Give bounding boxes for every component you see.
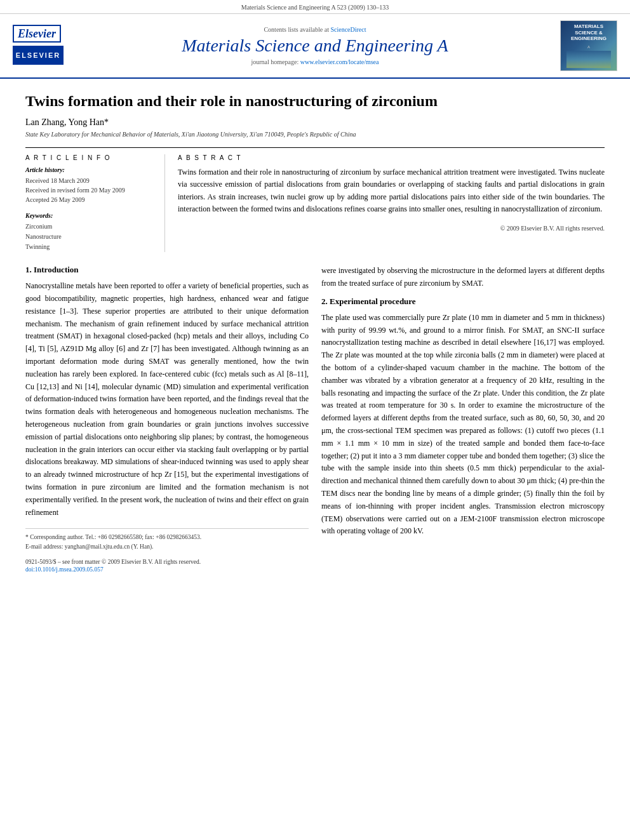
experimental-heading: 2. Experimental procedure	[321, 297, 605, 307]
sciencedirect-link[interactable]: ScienceDirect	[330, 26, 366, 33]
footnote-section: * Corresponding author. Tel.: +86 029826…	[25, 528, 309, 551]
footnote-email: E-mail address: yanghan@mail.xjtu.edu.cn…	[25, 542, 309, 551]
cover-title: MATERIALS SCIENCE & ENGINEERING	[571, 23, 607, 42]
keywords-label: Keywords:	[25, 212, 155, 219]
footnote-corresponding: * Corresponding author. Tel.: +86 029826…	[25, 533, 309, 542]
authors: Lan Zhang, Yong Han*	[25, 117, 605, 128]
keyword-2: Nanostructure	[25, 232, 155, 242]
article-info-label: A R T I C L E I N F O	[25, 154, 155, 161]
article-footer: 0921-5093/$ – see front matter © 2009 El…	[25, 557, 309, 573]
journal-banner: Elsevier ELSEVIER Contents lists availab…	[0, 14, 630, 79]
keyword-3: Twinning	[25, 242, 155, 252]
intro-text: Nanocrystalline metals have been reporte…	[25, 280, 309, 519]
banner-center: Contents lists available at ScienceDirec…	[76, 26, 554, 65]
main-content: 1. Introduction Nanocrystalline metals h…	[25, 265, 605, 573]
homepage-link[interactable]: www.elsevier.com/locate/msea	[300, 58, 379, 65]
abstract-text: Twins formation and their role in nanost…	[178, 166, 605, 215]
keyword-1: Zirconium	[25, 222, 155, 232]
experimental-text: The plate used was commercially pure Zr …	[321, 312, 605, 538]
journal-citation: Materials Science and Engineering A 523 …	[0, 0, 630, 14]
article-info-column: A R T I C L E I N F O Article history: R…	[25, 154, 165, 252]
article-page: Twins formation and their role in nanost…	[0, 79, 630, 585]
keywords-section: Keywords: Zirconium Nanostructure Twinni…	[25, 212, 155, 252]
journal-title-banner: Materials Science and Engineering A	[76, 36, 554, 56]
journal-cover-image: MATERIALS SCIENCE & ENGINEERING A	[560, 20, 617, 71]
abstract-label: A B S T R A C T	[178, 154, 605, 161]
banner-right: MATERIALS SCIENCE & ENGINEERING A	[554, 20, 617, 71]
sciencedirect-line: Contents lists available at ScienceDirec…	[76, 26, 554, 33]
received-2: Received in revised form 20 May 2009	[25, 185, 155, 195]
history-label: Article history:	[25, 166, 155, 173]
article-title: Twins formation and their role in nanost…	[25, 91, 605, 111]
intro-continued-text: were investigated by observing the micro…	[321, 265, 605, 290]
issn-line: 0921-5093/$ – see front matter © 2009 El…	[25, 557, 309, 566]
article-body: A R T I C L E I N F O Article history: R…	[25, 147, 605, 252]
doi-line: doi:10.1016/j.msea.2009.05.057	[25, 566, 309, 573]
journal-homepage: journal homepage: www.elsevier.com/locat…	[76, 58, 554, 65]
accepted-date: Accepted 26 May 2009	[25, 195, 155, 204]
introduction-section: 1. Introduction Nanocrystalline metals h…	[25, 265, 309, 573]
abstract-section: Twins formation and their role in nanost…	[178, 166, 605, 215]
received-1: Received 18 March 2009	[25, 176, 155, 185]
doi-link[interactable]: doi:10.1016/j.msea.2009.05.057	[25, 566, 104, 573]
affiliation: State Key Laboratory for Mechanical Beha…	[25, 131, 605, 138]
abstract-column: A B S T R A C T Twins formation and thei…	[178, 154, 605, 252]
intro-heading: 1. Introduction	[25, 265, 309, 275]
article-history: Article history: Received 18 March 2009 …	[25, 166, 155, 204]
experimental-section: were investigated by observing the micro…	[321, 265, 605, 573]
elsevier-logo: ELSEVIER	[13, 46, 64, 65]
banner-left: Elsevier ELSEVIER	[13, 25, 76, 67]
copyright-line: © 2009 Elsevier B.V. All rights reserved…	[178, 225, 605, 232]
